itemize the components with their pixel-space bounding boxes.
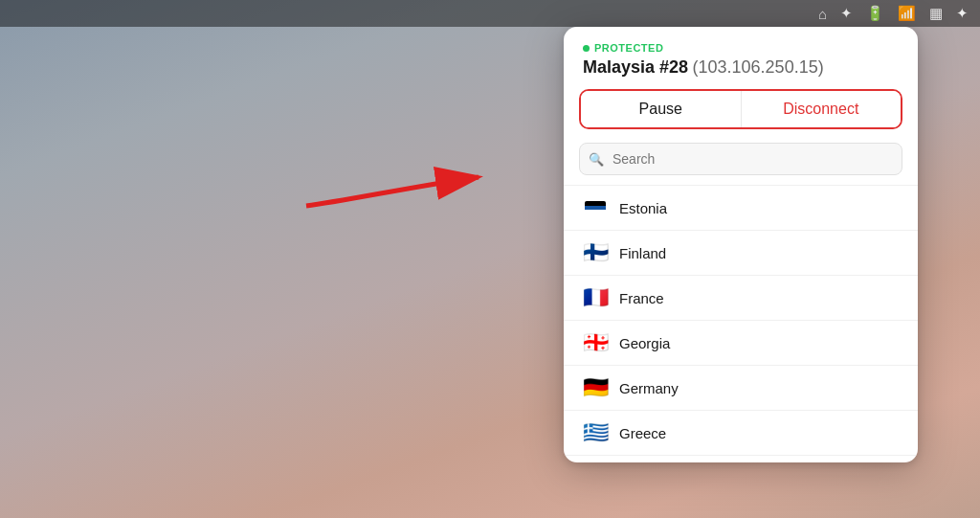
- list-item-greece[interactable]: 🇬🇷 Greece: [564, 410, 918, 455]
- flag-estonia: [583, 195, 608, 220]
- country-name-estonia: Estonia: [619, 200, 667, 216]
- country-name-germany: Germany: [619, 380, 679, 396]
- popup-triangle: [837, 27, 860, 28]
- server-info: Malaysia #28 (103.106.250.15): [583, 57, 899, 78]
- list-item-estonia[interactable]: Estonia: [564, 185, 918, 230]
- siri-icon[interactable]: ✦: [956, 5, 969, 22]
- list-item-finland[interactable]: 🇫🇮 Finland: [564, 230, 918, 275]
- disconnect-button[interactable]: Disconnect: [742, 91, 902, 127]
- search-container: 🔍: [579, 143, 902, 175]
- country-list: Estonia 🇫🇮 Finland 🇫🇷 France 🇬🇪 Georgia …: [564, 185, 918, 462]
- server-name: Malaysia #28: [583, 57, 688, 77]
- protected-status: PROTECTED: [583, 42, 899, 54]
- flag-greece: 🇬🇷: [583, 420, 608, 445]
- pause-button[interactable]: Pause: [581, 91, 742, 127]
- annotation-arrow: [287, 139, 526, 225]
- list-item-georgia[interactable]: 🇬🇪 Georgia: [564, 320, 918, 365]
- list-item-germany[interactable]: 🇩🇪 Germany: [564, 365, 918, 410]
- protected-text: PROTECTED: [594, 42, 663, 54]
- server-ip: (103.106.250.15): [693, 57, 824, 77]
- popup-header: PROTECTED Malaysia #28 (103.106.250.15): [564, 27, 918, 89]
- flag-germany: 🇩🇪: [583, 375, 608, 400]
- menubar: ⌂ ✦ 🔋 📶 ▦ ✦: [0, 0, 980, 27]
- flag-georgia: 🇬🇪: [583, 330, 608, 355]
- country-name-finland: Finland: [619, 245, 666, 261]
- search-input[interactable]: [579, 143, 902, 175]
- action-buttons-container: Pause Disconnect: [579, 89, 902, 129]
- vpn-menubar-icon[interactable]: ⌂: [818, 6, 827, 22]
- country-name-georgia: Georgia: [619, 335, 670, 351]
- vpn-popup: PROTECTED Malaysia #28 (103.106.250.15) …: [564, 27, 918, 462]
- battery-icon[interactable]: 🔋: [866, 5, 884, 22]
- display-icon[interactable]: ▦: [929, 5, 943, 22]
- pixelmator-icon[interactable]: ✦: [840, 5, 853, 22]
- list-item-france[interactable]: 🇫🇷 France: [564, 275, 918, 320]
- protected-dot: [583, 45, 590, 52]
- flag-france: 🇫🇷: [583, 285, 608, 310]
- country-name-france: France: [619, 290, 664, 306]
- list-item-hongkong[interactable]: 🇭🇰 Hong Kong: [564, 455, 918, 462]
- wifi-icon[interactable]: 📶: [898, 5, 916, 22]
- flag-finland: 🇫🇮: [583, 240, 608, 265]
- search-icon: 🔍: [589, 152, 604, 167]
- country-name-greece: Greece: [619, 425, 666, 441]
